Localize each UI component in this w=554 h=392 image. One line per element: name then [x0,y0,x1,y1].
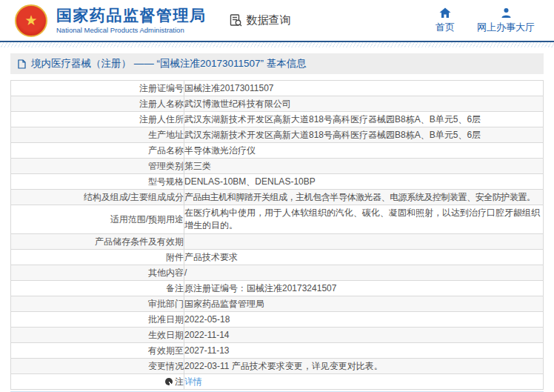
row-value: 原注册证编号：国械注准20173241507 [184,281,544,296]
row-value: 国械注准20173011507 [184,81,544,96]
row-value: 在医疗机构中使用，用于人体软组织的汽化、碳化、凝固和照射，以达到治疗口腔牙龈组织… [184,205,544,234]
note-dot-icon [165,378,173,385]
row-value: DENLAS-10BM、DENLAS-10BP [184,174,544,190]
row-label: 适用范围/预期用途 [11,205,184,234]
row-value: 武汉博激世纪科技有限公司 [184,96,544,112]
table-row: 适用范围/预期用途在医疗机构中使用，用于人体软组织的汽化、碳化、凝固和照射，以达… [11,205,544,234]
table-row: 备注原注册证编号：国械注准20173241507 [11,281,544,296]
row-value: 详情 [184,374,544,390]
table-row: 注册人住所武汉东湖新技术开发区高新大道818号高科医疗器械园B8栋A、B单元5、… [11,112,544,127]
detail-link[interactable]: 详情 [184,376,202,387]
row-value: 第三类 [184,159,544,174]
site-title-block: 国家药品监督管理局 National Medical Products Admi… [56,7,207,34]
table-row: 有效期至2027-11-13 [11,343,544,359]
registration-info-table-wrap: 注册证编号国械注准20173011507注册人名称武汉博激世纪科技有限公司注册人… [10,80,544,390]
table-row: 型号规格DENLAS-10BM、DENLAS-10BP [11,174,544,190]
row-label: 注册证编号 [11,81,184,96]
table-row: 批准日期2022-05-18 [11,312,544,328]
row-label: 型号规格 [11,174,184,190]
table-row: 产品名称半导体激光治疗仪 [11,143,544,159]
table-row: 结构及组成/主要组成成分产品由主机和脚踏开关组成，主机包含半导体激光器、电源系统… [11,190,544,205]
info-table-body: 注册证编号国械注准20173011507注册人名称武汉博激世纪科技有限公司注册人… [11,81,544,390]
row-value: 产品由主机和脚踏开关组成，主机包含半导体激光器、电源系统及控制装置、安全防护装置… [184,190,544,205]
row-label: 生产地址 [11,127,184,143]
nav-service-hall[interactable]: 网上办事大厅 [477,7,535,34]
row-label: 生效日期 [11,328,184,343]
row-label: 结构及组成/主要组成成分 [11,190,184,205]
row-value: 2022-05-18 [184,312,544,328]
table-row: 附件产品技术要求 [11,250,544,265]
row-value: 武汉东湖新技术开发区高新大道818号高科医疗器械园B8栋A、B单元5、6层 [184,112,544,127]
nav-service-hall-label: 网上办事大厅 [477,21,535,34]
row-value: 半导体激光治疗仪 [184,143,544,159]
data-query-tab[interactable]: 数据查询 [229,13,291,27]
nav-home[interactable]: 首页 [435,7,455,34]
breadcrumb-text: 境内医疗器械（注册） —— “国械注准20173011507” 基本信息 [31,57,307,70]
nav-home-label: 首页 [435,21,455,34]
row-label: 注册人名称 [11,96,184,112]
registration-info-table: 注册证编号国械注准20173011507注册人名称武汉博激世纪科技有限公司注册人… [10,80,544,390]
document-icon [18,59,26,69]
table-row: 其他内容/ [11,265,544,281]
data-query-label: 数据查询 [247,13,291,27]
table-row: 审批部门国家药品监督管理局 [11,296,544,312]
site-header: ★ 国家药品监督管理局 National Medical Products Ad… [0,0,554,42]
row-label: 管理类别 [11,159,184,174]
breadcrumb: 境内医疗器械（注册） —— “国械注准20173011507” 基本信息 [10,53,544,74]
table-row: 变更情况2022-03-11 产品技术要求变更，详见变更对比表。 [11,359,544,374]
table-row: 注册人名称武汉博激世纪科技有限公司 [11,96,544,112]
site-subtitle: National Medical Products Administration [56,26,207,34]
row-value [184,234,544,250]
row-value: 2022-11-14 [184,328,544,343]
row-label: 产品名称 [11,143,184,159]
doc-search-icon [229,13,243,27]
table-row: 管理类别第三类 [11,159,544,174]
row-value: 2027-11-13 [184,343,544,359]
row-label: 变更情况 [11,359,184,374]
national-emblem-icon: ★ [15,4,47,37]
table-row: 注详情 [11,374,544,390]
row-label: 产品储存条件及有效期 [11,234,184,250]
home-icon [439,7,451,19]
decorative-hatch-strip [0,42,554,47]
row-label: 附件 [11,250,184,265]
top-nav: 首页 网上办事大厅 [435,7,535,34]
table-row: 生产地址武汉东湖新技术开发区高新大道818号高科医疗器械园B8栋A、B单元5、6… [11,127,544,143]
site-title: 国家药品监督管理局 [56,7,207,24]
row-label: 注 [11,374,184,390]
table-row: 注册证编号国械注准20173011507 [11,81,544,96]
row-label: 备注 [11,281,184,296]
row-value: 产品技术要求 [184,250,544,265]
row-value: / [184,265,544,281]
row-value: 武汉东湖新技术开发区高新大道818号高科医疗器械园B8栋A、B单元5、6层 [184,127,544,143]
main-content: 境内医疗器械（注册） —— “国械注准20173011507” 基本信息 注册证… [10,53,544,392]
row-label: 有效期至 [11,343,184,359]
row-value: 国家药品监督管理局 [184,296,544,312]
table-row: 产品储存条件及有效期 [11,234,544,250]
row-label: 注册人住所 [11,112,184,127]
row-label: 批准日期 [11,312,184,328]
row-label: 其他内容 [11,265,184,281]
person-icon [501,7,512,19]
table-row: 生效日期2022-11-14 [11,328,544,343]
row-value: 2022-03-11 产品技术要求变更，详见变更对比表。 [184,359,544,374]
row-label: 审批部门 [11,296,184,312]
